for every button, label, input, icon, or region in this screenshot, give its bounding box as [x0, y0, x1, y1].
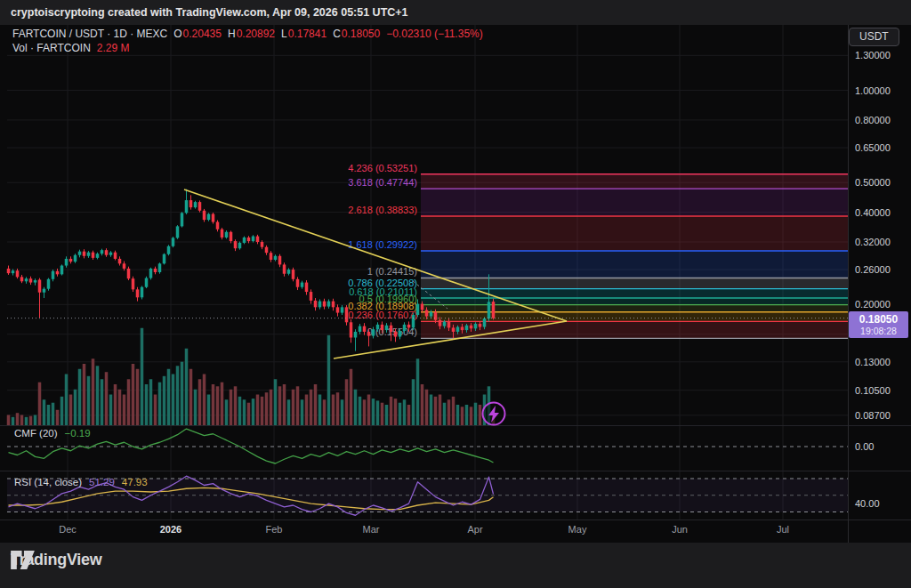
- rsi-ma-value: 47.93: [122, 477, 148, 487]
- price-axis-tick[interactable]: 1.30000: [855, 50, 891, 60]
- fib-level-label: 2.618 (0.38833): [348, 205, 417, 215]
- price-axis-tick[interactable]: 0.26000: [855, 264, 891, 275]
- price-axis-tick[interactable]: 0.80000: [855, 115, 891, 125]
- rsi-label[interactable]: RSI (14, close): [14, 477, 82, 487]
- cmf-axis-tick[interactable]: 0.00: [855, 441, 874, 452]
- tradingview-chart-window: cryptoiscryptoing created with TradingVi…: [0, 0, 911, 588]
- cmf-label[interactable]: CMF (20): [14, 428, 58, 439]
- current-price-value: 0.18050: [849, 313, 908, 326]
- time-axis-tick[interactable]: Jul: [777, 524, 789, 535]
- volume-label[interactable]: Vol · FARTCOIN: [12, 42, 91, 54]
- price-axis-tick[interactable]: 1.00000: [855, 85, 891, 96]
- rsi-legend-row: RSI (14, close) 51.29 47.93: [14, 477, 148, 487]
- low-value: L0.17841: [281, 28, 327, 40]
- fib-level-label: 0.236 (0.17607): [348, 310, 417, 320]
- close-value: C0.18050: [333, 28, 380, 40]
- current-price-label: 0.18050 19:08:28: [849, 311, 908, 338]
- fib-level-label: 3.618 (0.47744): [348, 177, 417, 188]
- price-axis-tick[interactable]: 0.65000: [855, 142, 891, 153]
- cmf-legend-row: CMF (20) −0.19: [14, 428, 91, 439]
- time-axis-tick[interactable]: Dec: [59, 524, 77, 535]
- price-axis-tick[interactable]: 0.50000: [855, 177, 891, 188]
- price-axis-tick[interactable]: 0.20000: [855, 299, 891, 310]
- price-axis-tick[interactable]: 0.08700: [855, 410, 891, 421]
- currency-toggle-button[interactable]: USDT: [849, 28, 899, 46]
- time-axis-tick[interactable]: Mar: [363, 524, 380, 535]
- rsi-axis-tick[interactable]: 40.00: [855, 498, 880, 509]
- time-axis-tick[interactable]: Jun: [672, 524, 688, 535]
- symbol-title[interactable]: FARTCOIN / USDT · 1D · MEXC: [12, 28, 167, 40]
- tradingview-logo-icon: [11, 551, 35, 569]
- chart-canvas[interactable]: 4.236 (0.53251)3.618 (0.47744)2.618 (0.3…: [0, 0, 911, 588]
- cmf-value: −0.19: [65, 428, 91, 439]
- time-axis-tick[interactable]: Feb: [266, 524, 283, 535]
- bar-countdown: 19:08:28: [849, 326, 908, 336]
- tradingview-logo[interactable]: TradingView: [11, 551, 101, 569]
- price-axis-tick[interactable]: 0.10500: [855, 385, 891, 396]
- change-value: −0.02310 (−11.35%): [386, 28, 483, 40]
- fib-level-label: 1 (0.24415): [367, 266, 417, 277]
- symbol-legend-row: FARTCOIN / USDT · 1D · MEXC O0.20435 H0.…: [12, 28, 483, 40]
- high-value: H0.20892: [228, 28, 275, 40]
- time-axis-tick[interactable]: Apr: [467, 524, 482, 535]
- time-axis-tick[interactable]: May: [568, 524, 587, 535]
- open-value: O0.20435: [173, 28, 222, 40]
- volume-legend-row: Vol · FARTCOIN 2.29 M: [12, 42, 129, 54]
- fib-level-label: 1.618 (0.29922): [348, 239, 417, 250]
- price-axis-tick[interactable]: 0.40000: [855, 207, 891, 218]
- price-axis-tick[interactable]: 0.13000: [855, 357, 891, 367]
- price-axis-tick[interactable]: 0.32000: [855, 237, 891, 247]
- time-axis-tick[interactable]: 2026: [160, 524, 181, 535]
- rsi-value: 51.29: [89, 477, 115, 487]
- fib-level-label: 4.236 (0.53251): [348, 163, 417, 173]
- volume-value: 2.29 M: [97, 42, 130, 54]
